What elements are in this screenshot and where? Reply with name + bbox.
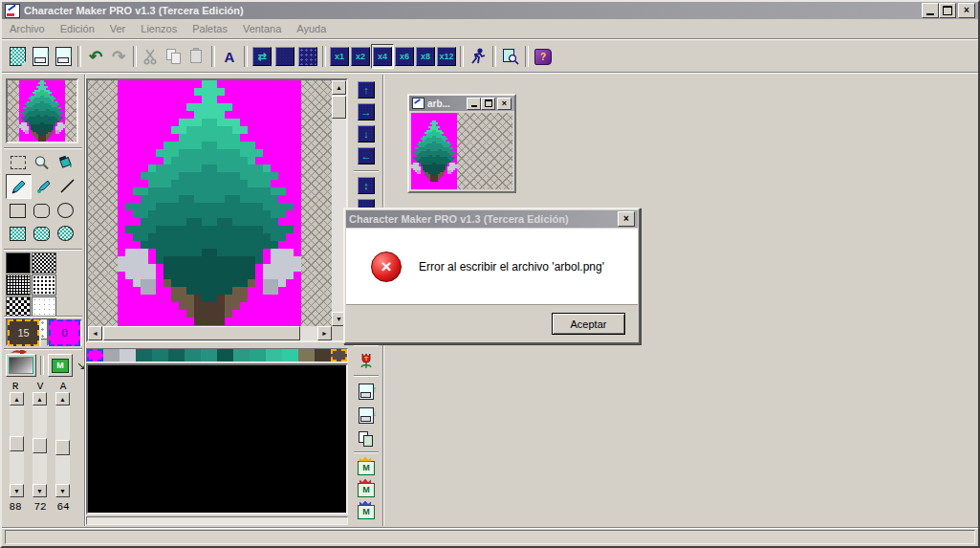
pattern-dense[interactable] — [32, 252, 56, 274]
pattern-dots[interactable] — [32, 274, 56, 296]
slider-red-thumb[interactable] — [10, 436, 24, 451]
flip-vertical-button[interactable]: ↕ — [355, 175, 378, 195]
menu-item-lienzos[interactable]: Lienzos — [133, 20, 185, 37]
zoom-x8-button[interactable]: x8 — [415, 45, 436, 68]
palette-swatch-12[interactable] — [282, 349, 298, 362]
slider-green-thumb[interactable] — [33, 438, 47, 453]
menu-item-ver[interactable]: Ver — [102, 20, 134, 37]
pattern-checker[interactable] — [6, 296, 31, 318]
gradient-button[interactable] — [6, 354, 36, 377]
filled-rect-tool-button[interactable] — [6, 222, 30, 245]
slider-red-down-button[interactable]: ▼ — [10, 484, 24, 497]
menu-item-ayuda[interactable]: Ayuda — [289, 20, 334, 37]
palette-swatch-2[interactable] — [120, 349, 136, 362]
roundrect-tool-button[interactable] — [30, 199, 54, 222]
palette-swatch-7[interactable] — [201, 349, 217, 362]
palette-swatch-6[interactable] — [185, 349, 201, 362]
slider-red[interactable]: ▲ ▼ — [10, 392, 24, 497]
canvas-hscroll-thumb[interactable] — [103, 326, 300, 340]
menu-item-paletas[interactable]: Paletas — [185, 20, 235, 37]
copy-palette-button[interactable] — [354, 428, 379, 449]
canvas-scroll-right-button[interactable]: ► — [317, 326, 332, 340]
rect-tool-button[interactable] — [6, 199, 30, 222]
palette-swatch-0[interactable] — [87, 349, 103, 362]
palette-swatch-15[interactable] — [331, 349, 347, 362]
shift-left-button[interactable]: ← — [355, 145, 378, 165]
grid-dots-button[interactable] — [296, 45, 319, 68]
select-tool-button[interactable] — [6, 151, 30, 174]
child-title-bar[interactable]: arb... × — [409, 96, 514, 111]
line-tool-button[interactable] — [55, 174, 79, 197]
palette-swatch-8[interactable] — [217, 349, 233, 362]
palette-swatch-4[interactable] — [152, 349, 168, 362]
filled-ellipse-tool-button[interactable] — [54, 222, 77, 245]
cut-button[interactable] — [140, 45, 163, 68]
paste-button[interactable] — [185, 45, 208, 68]
palette-swatch-13[interactable] — [298, 349, 315, 362]
zoom-x2-button[interactable]: x2 — [350, 45, 371, 68]
zoom-tool-button[interactable] — [30, 151, 54, 174]
accept-button[interactable]: Aceptar — [552, 313, 625, 335]
slider-green-down-button[interactable]: ▼ — [33, 484, 47, 497]
palette-swatch-14[interactable] — [315, 349, 331, 362]
preview-button[interactable] — [499, 45, 522, 68]
slider-green[interactable]: ▲ ▼ — [33, 392, 47, 497]
export-file-button[interactable]: ↓ — [52, 45, 75, 68]
canvas-scroll-left-button[interactable]: ◄ — [88, 326, 102, 340]
palette-hscroll[interactable] — [86, 516, 348, 525]
zoom-x6-button[interactable]: x6 — [394, 45, 415, 68]
text-tool-button[interactable]: A — [218, 45, 241, 68]
zoom-x12-button[interactable]: x12 — [436, 45, 457, 68]
foreground-color-box[interactable]: 15 — [6, 319, 41, 346]
palette-swatch-10[interactable] — [250, 349, 266, 362]
dialog-title-bar[interactable]: Character Maker PRO v1.3 (Tercera Edició… — [346, 210, 638, 228]
palette-grid-area[interactable] — [86, 363, 348, 515]
filled-roundrect-tool-button[interactable] — [30, 222, 54, 245]
redo-button[interactable]: ↷ — [107, 45, 130, 68]
rpg-maker-palette-button[interactable]: M — [48, 354, 73, 377]
background-color-box[interactable]: 0 — [47, 319, 82, 346]
import-file-button[interactable]: ↑ — [29, 45, 52, 68]
canvas-vscroll-thumb[interactable] — [332, 96, 346, 119]
copy-button[interactable] — [163, 45, 185, 68]
canvas-scroll-up-button[interactable]: ▲ — [332, 80, 346, 95]
slider-blue-up-button[interactable]: ▲ — [55, 392, 70, 406]
slider-blue-thumb[interactable] — [55, 440, 70, 455]
undo-button[interactable]: ↶ — [84, 45, 107, 68]
child-window[interactable]: arb... × — [407, 94, 516, 193]
export-palette-button[interactable]: ↓ — [354, 405, 379, 426]
palette-swatch-9[interactable] — [233, 349, 250, 362]
fill-tool-button[interactable] — [54, 151, 77, 174]
import-palette-button[interactable]: ↑ — [354, 381, 379, 402]
slider-blue-down-button[interactable]: ▼ — [55, 484, 70, 497]
palette-swatch-5[interactable] — [168, 349, 185, 362]
child-minimize-button[interactable] — [467, 98, 481, 110]
shift-up-button[interactable]: ↑ — [355, 79, 378, 99]
minimize-button[interactable] — [922, 3, 939, 18]
main-canvas-sprite[interactable] — [118, 80, 301, 325]
grid-pattern-button[interactable] — [273, 45, 296, 68]
canvas-hscrollbar[interactable]: ◄ ► — [88, 326, 332, 340]
pattern-solid[interactable] — [6, 252, 31, 274]
resize-canvas-button[interactable]: ⇄ — [250, 45, 273, 68]
new-canvas-button[interactable] — [6, 45, 29, 68]
palette-swatch-3[interactable] — [136, 349, 152, 362]
pattern-grid[interactable] — [6, 274, 31, 296]
rpg-maker-blue-button[interactable]: M — [354, 501, 379, 522]
slider-green-up-button[interactable]: ▲ — [33, 392, 47, 406]
rpg-maker-gold-button[interactable]: M — [354, 457, 379, 478]
child-maximize-button[interactable] — [481, 98, 495, 110]
shift-right-button[interactable]: → — [355, 101, 378, 121]
menu-item-archivo[interactable]: Archivo — [2, 20, 53, 37]
menu-item-ventana[interactable]: Ventana — [235, 20, 289, 37]
child-close-button[interactable]: × — [497, 98, 512, 110]
animate-button[interactable] — [467, 45, 490, 68]
dialog-close-button[interactable]: × — [618, 211, 635, 227]
slider-red-up-button[interactable]: ▲ — [10, 392, 24, 406]
zoom-x1-button[interactable]: x1 — [329, 45, 350, 68]
shift-down-button[interactable]: ↓ — [355, 123, 378, 143]
child-canvas[interactable] — [411, 113, 512, 189]
rpg-maker-red-button[interactable]: M — [354, 479, 379, 500]
zoom-x4-button[interactable]: x4 — [371, 44, 394, 69]
help-button[interactable]: ? — [532, 45, 555, 68]
